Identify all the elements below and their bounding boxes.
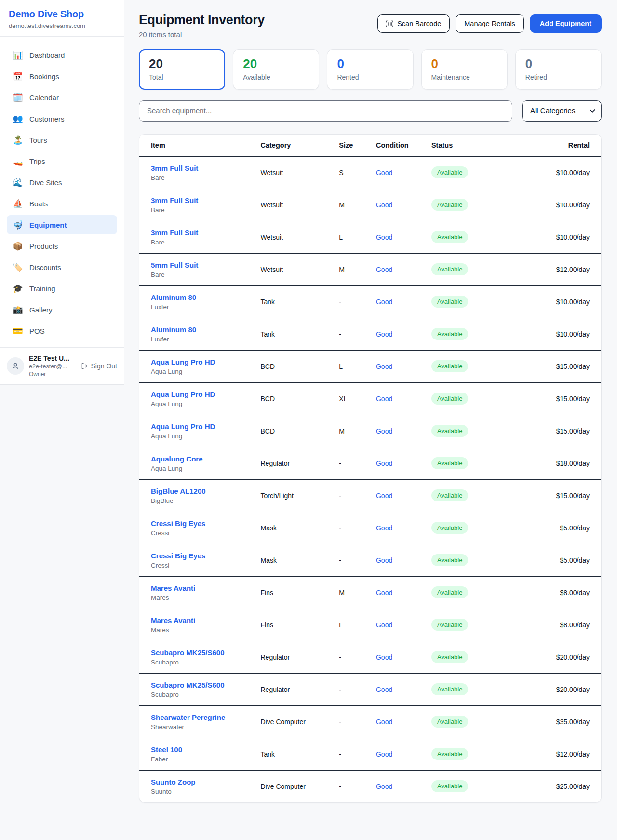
item-name-link[interactable]: Mares Avanti <box>151 616 249 624</box>
sidebar-item-bookings[interactable]: 📅 Bookings <box>7 67 117 86</box>
item-name-link[interactable]: Suunto Zoop <box>151 778 249 786</box>
item-name-link[interactable]: Shearwater Peregrine <box>151 713 249 721</box>
item-name-link[interactable]: Cressi Big Eyes <box>151 519 249 528</box>
status-badge: Available <box>431 425 469 437</box>
item-size: - <box>333 479 370 512</box>
item-category: Regulator <box>255 641 334 673</box>
item-condition-link[interactable]: Good <box>376 298 392 306</box>
item-condition-link[interactable]: Good <box>376 395 392 403</box>
stat-card-rented[interactable]: 0 Rented <box>327 49 413 90</box>
item-size: XL <box>333 382 370 415</box>
status-badge: Available <box>431 780 469 792</box>
item-name-link[interactable]: Aluminum 80 <box>151 293 249 301</box>
column-header-condition: Condition <box>370 135 426 156</box>
status-badge: Available <box>431 651 469 663</box>
item-condition-link[interactable]: Good <box>376 589 392 596</box>
sidebar-item-dashboard[interactable]: 📊 Dashboard <box>7 45 117 65</box>
item-rental-rate: $18.00/day <box>556 460 590 467</box>
item-name-link[interactable]: Aqualung Core <box>151 455 249 463</box>
table-row: Cressi Big Eyes Cressi Mask - Good Avail… <box>139 512 601 544</box>
item-condition-link[interactable]: Good <box>376 686 392 693</box>
item-condition-link[interactable]: Good <box>376 492 392 500</box>
item-rental-rate: $12.00/day <box>556 266 590 273</box>
stat-card-available[interactable]: 20 Available <box>233 49 319 90</box>
sidebar-item-pos[interactable]: 💳 POS <box>7 321 117 340</box>
item-condition-link[interactable]: Good <box>376 330 392 338</box>
item-condition-link[interactable]: Good <box>376 621 392 629</box>
item-size: M <box>333 253 370 285</box>
item-rental-rate: $15.00/day <box>556 363 590 370</box>
header-actions: Scan Barcode Manage Rentals Add Equipmen… <box>377 14 602 33</box>
item-name-link[interactable]: Scubapro MK25/S600 <box>151 649 249 657</box>
sidebar-item-label: POS <box>29 327 45 335</box>
add-equipment-button[interactable]: Add Equipment <box>530 14 602 33</box>
item-name-link[interactable]: Aqua Lung Pro HD <box>151 358 249 366</box>
sidebar-item-calendar[interactable]: 🗓️ Calendar <box>7 88 117 107</box>
sidebar-item-gallery[interactable]: 📸 Gallery <box>7 300 117 319</box>
item-category: BCD <box>255 382 334 415</box>
table-row: BigBlue AL1200 BigBlue Torch/Light - Goo… <box>139 479 601 512</box>
item-condition-link[interactable]: Good <box>376 266 392 273</box>
stat-value: 20 <box>243 57 309 71</box>
item-name-link[interactable]: 3mm Full Suit <box>151 229 249 237</box>
person-icon <box>11 362 20 370</box>
item-condition-link[interactable]: Good <box>376 460 392 467</box>
item-size: - <box>333 544 370 576</box>
item-condition-link[interactable]: Good <box>376 427 392 435</box>
sidebar-item-label: Gallery <box>29 306 53 314</box>
item-name-link[interactable]: Steel 100 <box>151 745 249 754</box>
stat-card-retired[interactable]: 0 Retired <box>515 49 602 90</box>
sidebar-item-dive-sites[interactable]: 🌊 Dive Sites <box>7 173 117 192</box>
manage-rentals-button[interactable]: Manage Rentals <box>456 14 524 33</box>
sidebar-item-label: Boats <box>29 200 48 208</box>
stat-card-maintenance[interactable]: 0 Maintenance <box>421 49 508 90</box>
sidebar-item-discounts[interactable]: 🏷️ Discounts <box>7 257 117 277</box>
item-name-link[interactable]: Scubapro MK25/S600 <box>151 681 249 689</box>
item-category: Fins <box>255 576 334 609</box>
item-name-link[interactable]: Aqua Lung Pro HD <box>151 390 249 398</box>
item-size: - <box>333 447 370 479</box>
user-email: e2e-tester@... <box>29 363 76 370</box>
item-condition-link[interactable]: Good <box>376 783 392 790</box>
item-name-link[interactable]: 3mm Full Suit <box>151 164 249 172</box>
item-condition-link[interactable]: Good <box>376 233 392 241</box>
item-name-link[interactable]: 3mm Full Suit <box>151 196 249 204</box>
category-select[interactable]: All Categories <box>522 100 602 122</box>
item-size: S <box>333 156 370 189</box>
item-condition-link[interactable]: Good <box>376 653 392 661</box>
item-name-link[interactable]: BigBlue AL1200 <box>151 487 249 495</box>
item-name-link[interactable]: Mares Avanti <box>151 584 249 592</box>
item-name-link[interactable]: 5mm Full Suit <box>151 261 249 269</box>
item-rental-rate: $10.00/day <box>556 233 590 241</box>
item-condition-link[interactable]: Good <box>376 556 392 564</box>
item-condition-link[interactable]: Good <box>376 363 392 370</box>
stat-label: Total <box>149 73 215 81</box>
item-condition-link[interactable]: Good <box>376 524 392 532</box>
sidebar-item-boats[interactable]: ⛵ Boats <box>7 194 117 213</box>
item-condition-link[interactable]: Good <box>376 201 392 209</box>
nav-icon: 🏷️ <box>13 262 23 272</box>
item-name-link[interactable]: Aqua Lung Pro HD <box>151 422 249 431</box>
sign-out-button[interactable]: Sign Out <box>80 362 117 370</box>
sidebar-item-trips[interactable]: 🚤 Trips <box>7 151 117 171</box>
item-name-link[interactable]: Cressi Big Eyes <box>151 552 249 560</box>
nav-icon: 👥 <box>13 114 23 124</box>
scan-barcode-button[interactable]: Scan Barcode <box>377 14 450 33</box>
item-name-link[interactable]: Aluminum 80 <box>151 325 249 334</box>
nav-icon: 🗓️ <box>13 93 23 103</box>
item-condition-link[interactable]: Good <box>376 750 392 758</box>
sidebar-item-equipment[interactable]: 🤿 Equipment <box>7 215 117 234</box>
item-condition-link[interactable]: Good <box>376 718 392 726</box>
sidebar-item-tours[interactable]: 🏝️ Tours <box>7 130 117 149</box>
sidebar-item-training[interactable]: 🎓 Training <box>7 279 117 298</box>
sidebar-item-customers[interactable]: 👥 Customers <box>7 109 117 128</box>
column-header-size: Size <box>333 135 370 156</box>
stat-card-total[interactable]: 20 Total <box>139 49 225 90</box>
status-badge: Available <box>431 716 469 728</box>
brand-block: Demo Dive Shop demo.test.divestreams.com <box>0 0 124 37</box>
sidebar-item-products[interactable]: 📦 Products <box>7 236 117 256</box>
search-input[interactable] <box>139 100 512 122</box>
item-condition-link[interactable]: Good <box>376 169 392 176</box>
status-badge: Available <box>431 586 469 598</box>
item-size: M <box>333 576 370 609</box>
